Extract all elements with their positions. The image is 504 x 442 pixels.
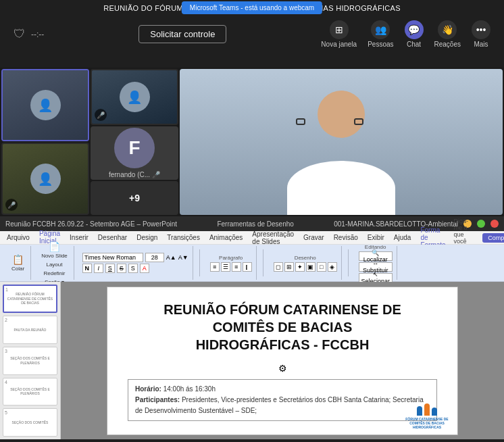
- slide-thumb-5[interactable]: 5 SEÇÃO DOS COMITÊS: [3, 408, 57, 437]
- font-name-input[interactable]: [82, 253, 143, 262]
- slide-content-5: SEÇÃO DOS COMITÊS: [9, 415, 51, 431]
- novo-slide-button[interactable]: 📄 Novo Slide: [39, 241, 70, 260]
- logo-text: FÓRUM CATARINENSE DE COMITÊS DE BACIAS H…: [403, 417, 451, 429]
- maximize-button[interactable]: [477, 220, 485, 228]
- thumbnail-1[interactable]: 👤: [1, 69, 89, 141]
- slide-thumb-1[interactable]: 1 REUNIÃO FÓRUM CATARINENSE DE COMITÊS D…: [3, 285, 57, 313]
- decoration-icon: ⚙: [128, 363, 437, 374]
- colar-label: Colar: [11, 266, 24, 272]
- drawing-tools: ◻ ⊞ ✦ ▣ □ ◈: [274, 262, 337, 272]
- find-button[interactable]: 🔍 Localizar: [359, 251, 393, 261]
- font-color-button[interactable]: A: [140, 264, 149, 273]
- slide-thumb-2[interactable]: 2 PAUTA DA REUNIÃO: [3, 316, 57, 344]
- glasses-right: [354, 118, 363, 125]
- ribbon-group-slides: 📄 Novo Slide Layout Redefinir Seção ▾: [35, 246, 74, 280]
- horario-value: 14:00h ás 16:30h: [163, 385, 216, 393]
- slide-thumb-3[interactable]: 3 SEÇÃO DOS COMITÊS E PLENÁRIOS: [3, 347, 57, 375]
- ribbon-group-drawing: Desenho ◻ ⊞ ✦ ▣ □ ◈: [270, 246, 342, 280]
- ctrl-chat[interactable]: 💬 Chat: [405, 20, 424, 48]
- slides-panel[interactable]: 1 REUNIÃO FÓRUM CATARINENSE DE COMITÊS D…: [0, 282, 61, 439]
- participantes-label: Participantes:: [135, 396, 180, 403]
- ribbon-separator-2: [263, 249, 263, 276]
- mic-icon: 🎤: [152, 171, 160, 178]
- left-controls: 🛡 --:--: [14, 27, 44, 41]
- close-button[interactable]: [490, 220, 499, 228]
- slide-content-2: PAUTA DA REUNIÃO: [11, 322, 49, 338]
- pessoas-icon: 👥: [371, 20, 390, 39]
- slide-thumb-4[interactable]: 4 SEÇÃO DOS COMITÊS E PLENÁRIOS: [3, 378, 57, 406]
- thumbnail-3[interactable]: 👤 🎤: [91, 69, 178, 125]
- shapes-button[interactable]: ◻: [274, 262, 283, 272]
- main-video-content: [180, 69, 503, 215]
- layout-label: Layout: [46, 262, 62, 268]
- slide-content-4: SEÇÃO DOS COMITÊS E PLENÁRIOS: [3, 382, 57, 401]
- alignment-controls: ≡ ☰ ≡ ⫿: [210, 262, 252, 272]
- arrange-button[interactable]: ⊞: [284, 262, 294, 272]
- select-button[interactable]: ↖ Selecionar: [359, 273, 393, 283]
- menu-ajuda[interactable]: Ajuda: [393, 234, 413, 241]
- ctrl-nova-janela[interactable]: ⊞ Nova janela: [321, 20, 357, 48]
- strikethrough-button[interactable]: S: [117, 264, 126, 273]
- ribbon-separator-3: [348, 249, 349, 276]
- menu-inserir[interactable]: Inserir: [68, 234, 90, 241]
- request-control-button[interactable]: Solicitar controle: [138, 25, 226, 43]
- font-size-input[interactable]: [145, 253, 164, 262]
- video-grid: 👤 👤 🎤 👤 🎤 F fernando (C... 🎤 +9: [0, 68, 504, 216]
- italic-button[interactable]: I: [94, 264, 103, 273]
- align-right-button[interactable]: ≡: [232, 262, 241, 272]
- slide-num-5: 5: [5, 410, 7, 415]
- bold-button[interactable]: N: [82, 264, 92, 273]
- ribbon-group-font: A▲ A▼ N I S S S A: [78, 246, 193, 280]
- plus-tile[interactable]: +9: [91, 181, 178, 215]
- menu-design[interactable]: Design: [135, 234, 159, 241]
- replace-button[interactable]: ↔ Substituir: [359, 262, 393, 272]
- slide-title: REUNIÃO FÓRUM CATARINENSE DE COMITÊS DE …: [128, 301, 437, 353]
- ribbon-group-clipboard: 📋 Colar: [5, 246, 31, 280]
- logo-figures: [417, 403, 437, 416]
- underline-button[interactable]: S: [105, 264, 115, 273]
- font-controls: A▲ A▼ N I S S S A: [82, 253, 188, 273]
- shield-icon: 🛡: [14, 27, 26, 41]
- menu-desenhar[interactable]: Desenhar: [97, 234, 128, 241]
- layout-button[interactable]: Layout: [44, 261, 64, 268]
- reacoes-icon: 👋: [438, 20, 457, 39]
- share-button[interactable]: Compartilhar: [482, 233, 504, 243]
- ribbon-separator: [199, 249, 200, 276]
- shrink-icon[interactable]: A▼: [178, 254, 188, 261]
- menu-transicoes[interactable]: Transições: [166, 234, 201, 241]
- thumbnail-2[interactable]: 👤 🎤: [1, 143, 89, 215]
- quick-styles-button[interactable]: ✦: [295, 262, 305, 272]
- menu-revisao[interactable]: Revisão: [332, 234, 359, 241]
- menu-exibir[interactable]: Exibir: [366, 234, 386, 241]
- colar-button[interactable]: 📋 Colar: [9, 253, 26, 272]
- drawing-label: Desenho: [295, 255, 316, 261]
- slide-area: REUNIÃO FÓRUM CATARINENSE DE COMITÊS DE …: [61, 282, 504, 439]
- effects-button[interactable]: ◈: [328, 262, 337, 272]
- shadow-button[interactable]: S: [128, 264, 138, 273]
- menu-gravar[interactable]: Gravar: [302, 234, 326, 241]
- webcam-notification: Microsoft Teams - está usando a webcam: [182, 1, 322, 14]
- main-video[interactable]: [180, 69, 503, 215]
- ctrl-pessoas[interactable]: 👥 Pessoas: [368, 20, 393, 48]
- middle-section: 👤 🎤 F fernando (C... 🎤 +9: [91, 69, 178, 215]
- mic-off-badge-3: 🎤: [95, 109, 107, 121]
- menu-apresentacao[interactable]: Apresentação de Slides: [251, 230, 295, 245]
- person-head: [318, 91, 365, 138]
- columns-button[interactable]: ⫿: [243, 262, 252, 272]
- ctrl-mais[interactable]: ••• Mais: [472, 20, 490, 48]
- chat-label: Chat: [407, 41, 421, 48]
- menu-arquivo[interactable]: Arquivo: [5, 234, 31, 241]
- menu-animacoes[interactable]: Animações: [208, 234, 244, 241]
- redefinir-button[interactable]: Redefinir: [41, 270, 67, 277]
- font-name-row: A▲ A▼: [82, 253, 188, 262]
- align-center-button[interactable]: ☰: [221, 262, 230, 272]
- logo-fig-3: [432, 408, 437, 416]
- slide-logo: FÓRUM CATARINENSE DE COMITÊS DE BACIAS H…: [403, 403, 451, 429]
- fill-button[interactable]: ▣: [306, 262, 316, 272]
- align-left-button[interactable]: ≡: [210, 262, 220, 272]
- avatar-tile[interactable]: F fernando (C... 🎤: [91, 126, 178, 180]
- thumb-person-3: 👤: [120, 82, 150, 112]
- ctrl-reacoes[interactable]: 👋 Reações: [434, 20, 461, 48]
- grow-icon[interactable]: A▲: [166, 254, 176, 261]
- outline-button[interactable]: □: [317, 262, 326, 272]
